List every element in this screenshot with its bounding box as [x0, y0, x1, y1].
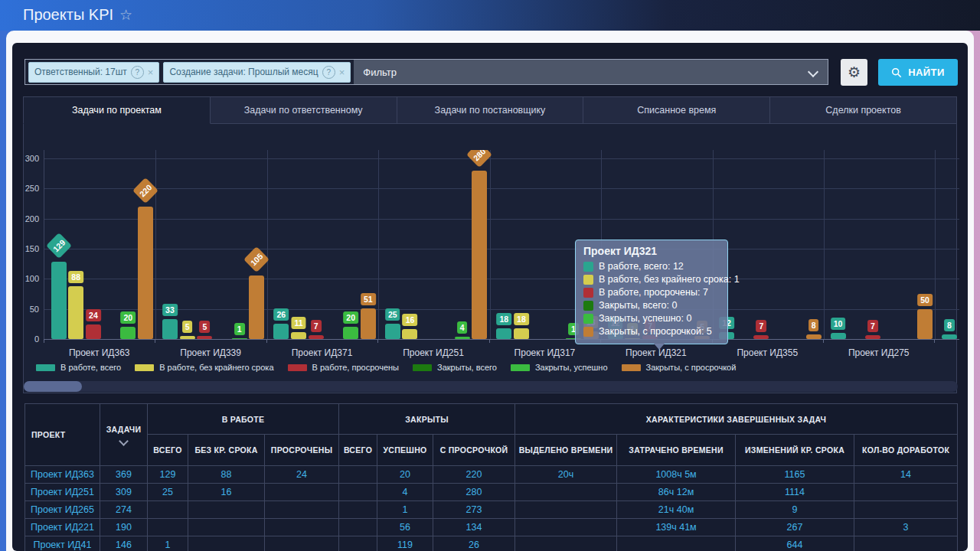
project-link[interactable]: Проект ИД41	[25, 536, 100, 551]
table-cell	[339, 484, 377, 501]
legend-label: Закрыты, с просрочкой	[646, 363, 737, 372]
filter-input[interactable]	[354, 60, 828, 84]
table-cell	[148, 501, 188, 519]
settings-button[interactable]: ⚙	[841, 59, 867, 86]
column-header[interactable]: ВСЕГО	[339, 435, 377, 466]
table-row[interactable]: Проект ИД2513092516428086ч 12м1114	[25, 484, 958, 501]
remove-tag-icon[interactable]: ×	[339, 67, 345, 78]
bar-value-label: 8	[944, 319, 955, 331]
chart-panel: 1298824202203355110526117205125164280181…	[23, 124, 957, 393]
column-header[interactable]: ВЫДЕЛЕНО ВРЕМЕНИ	[515, 435, 617, 466]
column-header[interactable]: ИЗМЕНЕНИЙ КР. СРОКА	[736, 435, 854, 466]
table-cell: 56	[377, 519, 433, 536]
bar[interactable]	[343, 327, 358, 339]
content-panel: Ответственный: 17шт?×Создание задачи: Пр…	[6, 31, 974, 551]
bar-value-label: 4	[457, 321, 468, 334]
chart-horizontal-scrollbar[interactable]	[24, 381, 958, 392]
bar[interactable]	[249, 276, 264, 339]
y-tick-label: 150	[24, 244, 39, 253]
table-cell: 21ч 40м	[617, 501, 736, 519]
bar[interactable]	[68, 286, 83, 339]
tab-3[interactable]: Задачи по постановщику	[397, 96, 584, 124]
bar[interactable]	[51, 262, 67, 339]
x-axis-tick	[823, 340, 824, 343]
bar-value-label: 20	[343, 311, 358, 324]
column-header[interactable]: ВСЕГО	[148, 435, 188, 466]
y-tick-label: 300	[24, 154, 39, 163]
bar[interactable]	[120, 327, 136, 339]
table-cell: 220	[433, 466, 515, 484]
scrollbar-thumb[interactable]	[24, 381, 82, 392]
legend-swatch	[288, 364, 307, 371]
table-cell: 88	[188, 466, 265, 484]
table-cell	[339, 519, 377, 536]
column-header[interactable]: С ПРОСРОЧКОЙ	[433, 435, 515, 466]
table-cell	[265, 519, 339, 536]
table-cell	[339, 466, 377, 484]
project-link[interactable]: Проект ИД251	[25, 484, 100, 501]
project-link[interactable]: Проект ИД265	[25, 501, 100, 519]
bar[interactable]	[385, 324, 400, 339]
favorite-star-icon[interactable]: ☆	[119, 7, 132, 23]
help-icon[interactable]: ?	[322, 66, 335, 79]
bar[interactable]	[514, 328, 529, 339]
legend-label: Закрыты, всего	[437, 363, 497, 372]
table-cell	[265, 501, 339, 519]
gridline-vertical	[490, 150, 491, 339]
filter-tags: Ответственный: 17шт?×Создание задачи: Пр…	[25, 62, 354, 83]
tasks-header-inner: ЗАДАЧИ	[101, 425, 146, 445]
table-row[interactable]: Проект ИД265274127321ч 40м9	[25, 501, 958, 519]
table-cell: 4	[377, 484, 433, 501]
table-cell: 1	[148, 536, 188, 551]
column-header[interactable]: ПРОСРОЧЕНЫ	[265, 435, 339, 466]
bar[interactable]	[831, 333, 846, 339]
table-cell: 26	[433, 536, 515, 551]
x-category-label: Проект ИД251	[403, 347, 464, 358]
y-tick-label: 100	[24, 274, 39, 283]
project-link[interactable]: Проект ИД221	[25, 519, 100, 536]
table-cell: 20ч	[515, 466, 617, 484]
bar[interactable]	[86, 324, 101, 339]
gridline-vertical	[824, 150, 825, 339]
page-title-text: Проекты KPI	[23, 6, 113, 23]
tooltip-row: В работе, просрочены: 7	[583, 286, 720, 299]
bar[interactable]	[402, 329, 417, 339]
column-header-project[interactable]: ПРОЕКТ	[25, 404, 100, 466]
table-row[interactable]: Проект ИД36336912988242022020ч1008ч 5м11…	[25, 466, 958, 484]
tab-4[interactable]: Списанное время	[583, 96, 770, 124]
x-category-label: Проект ИД363	[69, 347, 130, 358]
column-header[interactable]: ЗАТРАЧЕНО ВРЕМЕНИ	[617, 435, 736, 466]
bar[interactable]	[138, 207, 153, 339]
column-header-tasks-sort[interactable]: ЗАДАЧИ	[100, 404, 148, 466]
column-header[interactable]: КОЛ-ВО ДОРАБОТОК	[854, 435, 958, 466]
bar[interactable]	[917, 309, 933, 339]
help-icon[interactable]: ?	[131, 66, 144, 79]
filter-tag[interactable]: Ответственный: 17шт?×	[28, 62, 159, 83]
table-row[interactable]: Проект ИД22119056134139ч 41м2673	[25, 519, 958, 536]
bar[interactable]	[291, 332, 306, 339]
remove-tag-icon[interactable]: ×	[148, 67, 154, 78]
tab-5[interactable]: Сделки проектов	[770, 96, 957, 124]
sort-descending-icon[interactable]	[119, 436, 129, 446]
bar[interactable]	[472, 171, 487, 339]
tooltip-row: В работе, без крайнего срока: 1	[583, 273, 720, 286]
search-button[interactable]: НАЙТИ	[878, 59, 958, 86]
project-link[interactable]: Проект ИД363	[25, 466, 100, 484]
bar[interactable]	[162, 319, 178, 339]
bar[interactable]	[361, 308, 376, 339]
gridline-vertical	[378, 150, 379, 339]
table-cell: 369	[100, 466, 148, 484]
page: Проекты KPI☆ Ответственный: 17шт?×Создан…	[0, 0, 980, 551]
column-header[interactable]: УСПЕШНО	[377, 435, 433, 466]
column-header[interactable]: БЕЗ КР. СРОКА	[188, 435, 265, 466]
bar[interactable]	[273, 324, 289, 339]
bar-value-label: 33	[162, 304, 178, 316]
bar[interactable]	[496, 328, 511, 339]
table-cell	[515, 536, 617, 551]
tab-2[interactable]: Задачи по ответственному	[211, 96, 397, 124]
gridline	[44, 309, 959, 310]
tab-1[interactable]: Задачи по проектам	[23, 96, 211, 124]
table-row[interactable]: Проект ИД41146111926644	[25, 536, 958, 551]
bar-value-label: 129	[46, 233, 72, 259]
filter-tag[interactable]: Создание задачи: Прошлый месяц?×	[163, 62, 351, 83]
